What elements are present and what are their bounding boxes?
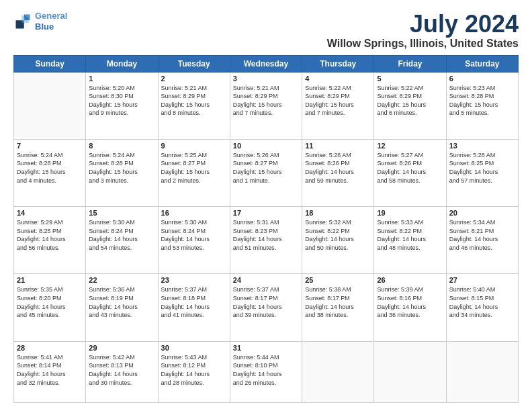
calendar-cell: 25Sunrise: 5:38 AM Sunset: 8:17 PM Dayli… (302, 274, 374, 341)
day-info: Sunrise: 5:43 AM Sunset: 8:12 PM Dayligh… (161, 353, 227, 387)
calendar-cell: 27Sunrise: 5:40 AM Sunset: 8:15 PM Dayli… (446, 274, 518, 341)
day-info: Sunrise: 5:26 AM Sunset: 8:27 PM Dayligh… (233, 151, 299, 185)
day-number: 28 (17, 344, 83, 352)
calendar-cell: 28Sunrise: 5:41 AM Sunset: 8:14 PM Dayli… (14, 341, 86, 402)
day-number: 31 (233, 344, 299, 352)
calendar-cell (446, 341, 518, 402)
day-info: Sunrise: 5:38 AM Sunset: 8:17 PM Dayligh… (305, 285, 371, 319)
day-number: 5 (377, 75, 443, 83)
calendar-cell: 5Sunrise: 5:22 AM Sunset: 8:29 PM Daylig… (374, 72, 446, 139)
day-info: Sunrise: 5:24 AM Sunset: 8:28 PM Dayligh… (89, 151, 154, 185)
calendar-cell: 6Sunrise: 5:23 AM Sunset: 8:28 PM Daylig… (446, 72, 518, 139)
calendar-week-row: 1Sunrise: 5:20 AM Sunset: 8:30 PM Daylig… (14, 72, 519, 139)
calendar-cell: 30Sunrise: 5:43 AM Sunset: 8:12 PM Dayli… (158, 341, 230, 402)
day-info: Sunrise: 5:41 AM Sunset: 8:14 PM Dayligh… (17, 353, 83, 387)
day-number: 24 (233, 276, 299, 284)
day-info: Sunrise: 5:25 AM Sunset: 8:27 PM Dayligh… (161, 151, 227, 185)
day-number: 29 (89, 344, 154, 352)
day-number: 20 (449, 209, 515, 217)
calendar-cell: 20Sunrise: 5:34 AM Sunset: 8:21 PM Dayli… (446, 207, 518, 274)
day-info: Sunrise: 5:22 AM Sunset: 8:29 PM Dayligh… (377, 84, 443, 118)
day-number: 1 (89, 75, 154, 83)
calendar-cell (14, 72, 86, 139)
day-info: Sunrise: 5:36 AM Sunset: 8:19 PM Dayligh… (89, 285, 154, 319)
day-info: Sunrise: 5:39 AM Sunset: 8:16 PM Dayligh… (377, 285, 443, 319)
calendar-cell: 23Sunrise: 5:37 AM Sunset: 8:18 PM Dayli… (158, 274, 230, 341)
calendar-cell: 11Sunrise: 5:26 AM Sunset: 8:26 PM Dayli… (302, 139, 374, 206)
day-number: 23 (161, 276, 227, 284)
calendar-cell: 7Sunrise: 5:24 AM Sunset: 8:28 PM Daylig… (14, 139, 86, 206)
day-number: 13 (449, 142, 515, 150)
day-info: Sunrise: 5:37 AM Sunset: 8:18 PM Dayligh… (161, 285, 227, 319)
calendar-cell: 29Sunrise: 5:42 AM Sunset: 8:13 PM Dayli… (86, 341, 158, 402)
calendar-cell: 13Sunrise: 5:28 AM Sunset: 8:25 PM Dayli… (446, 139, 518, 206)
day-info: Sunrise: 5:33 AM Sunset: 8:22 PM Dayligh… (377, 218, 443, 252)
calendar-week-row: 28Sunrise: 5:41 AM Sunset: 8:14 PM Dayli… (14, 341, 519, 402)
logo-general: General (35, 11, 67, 21)
day-number: 18 (305, 209, 371, 217)
calendar-cell: 22Sunrise: 5:36 AM Sunset: 8:19 PM Dayli… (86, 274, 158, 341)
calendar-cell: 17Sunrise: 5:31 AM Sunset: 8:23 PM Dayli… (230, 207, 302, 274)
calendar-cell (374, 341, 446, 402)
calendar-cell: 24Sunrise: 5:37 AM Sunset: 8:17 PM Dayli… (230, 274, 302, 341)
day-number: 21 (17, 276, 83, 284)
calendar-day-header: Thursday (302, 55, 374, 72)
calendar-day-header: Sunday (14, 55, 86, 72)
day-number: 3 (233, 75, 299, 83)
day-number: 30 (161, 344, 227, 352)
calendar-cell: 9Sunrise: 5:25 AM Sunset: 8:27 PM Daylig… (158, 139, 230, 206)
day-info: Sunrise: 5:37 AM Sunset: 8:17 PM Dayligh… (233, 285, 299, 319)
day-info: Sunrise: 5:30 AM Sunset: 8:24 PM Dayligh… (161, 218, 227, 252)
calendar-header-row: SundayMondayTuesdayWednesdayThursdayFrid… (14, 55, 519, 72)
day-number: 15 (89, 209, 154, 217)
calendar-cell: 1Sunrise: 5:20 AM Sunset: 8:30 PM Daylig… (86, 72, 158, 139)
day-number: 12 (377, 142, 443, 150)
day-number: 4 (305, 75, 371, 83)
day-info: Sunrise: 5:27 AM Sunset: 8:26 PM Dayligh… (377, 151, 443, 185)
day-info: Sunrise: 5:22 AM Sunset: 8:29 PM Dayligh… (305, 84, 371, 118)
calendar-cell (302, 341, 374, 402)
day-number: 26 (377, 276, 443, 284)
calendar-cell: 15Sunrise: 5:30 AM Sunset: 8:24 PM Dayli… (86, 207, 158, 274)
calendar-cell: 2Sunrise: 5:21 AM Sunset: 8:29 PM Daylig… (158, 72, 230, 139)
subtitle: Willow Springs, Illinois, United States (327, 38, 519, 50)
day-number: 19 (377, 209, 443, 217)
calendar-cell: 26Sunrise: 5:39 AM Sunset: 8:16 PM Dayli… (374, 274, 446, 341)
logo-blue: Blue (35, 21, 54, 32)
main-title: July 2024 (327, 11, 519, 38)
calendar-table: SundayMondayTuesdayWednesdayThursdayFrid… (13, 55, 519, 403)
calendar-cell: 4Sunrise: 5:22 AM Sunset: 8:29 PM Daylig… (302, 72, 374, 139)
day-info: Sunrise: 5:30 AM Sunset: 8:24 PM Dayligh… (89, 218, 154, 252)
day-number: 9 (161, 142, 227, 150)
day-info: Sunrise: 5:20 AM Sunset: 8:30 PM Dayligh… (89, 84, 154, 118)
page: General Blue July 2024 Willow Springs, I… (0, 0, 532, 411)
day-info: Sunrise: 5:21 AM Sunset: 8:29 PM Dayligh… (233, 84, 299, 118)
calendar-day-header: Friday (374, 55, 446, 72)
day-info: Sunrise: 5:23 AM Sunset: 8:28 PM Dayligh… (449, 84, 515, 118)
header: General Blue July 2024 Willow Springs, I… (13, 11, 519, 50)
day-number: 17 (233, 209, 299, 217)
calendar-cell: 3Sunrise: 5:21 AM Sunset: 8:29 PM Daylig… (230, 72, 302, 139)
day-number: 6 (449, 75, 515, 83)
day-info: Sunrise: 5:44 AM Sunset: 8:10 PM Dayligh… (233, 353, 299, 387)
day-number: 14 (17, 209, 83, 217)
logo-icon (13, 12, 32, 31)
day-info: Sunrise: 5:31 AM Sunset: 8:23 PM Dayligh… (233, 218, 299, 252)
day-number: 11 (305, 142, 371, 150)
day-info: Sunrise: 5:29 AM Sunset: 8:25 PM Dayligh… (17, 218, 83, 252)
calendar-day-header: Wednesday (230, 55, 302, 72)
calendar-week-row: 21Sunrise: 5:35 AM Sunset: 8:20 PM Dayli… (14, 274, 519, 341)
calendar-day-header: Saturday (446, 55, 518, 72)
calendar-week-row: 7Sunrise: 5:24 AM Sunset: 8:28 PM Daylig… (14, 139, 519, 206)
day-info: Sunrise: 5:21 AM Sunset: 8:29 PM Dayligh… (161, 84, 227, 118)
calendar-cell: 10Sunrise: 5:26 AM Sunset: 8:27 PM Dayli… (230, 139, 302, 206)
day-number: 7 (17, 142, 83, 150)
day-number: 27 (449, 276, 515, 284)
title-block: July 2024 Willow Springs, Illinois, Unit… (327, 11, 519, 50)
logo: General Blue (13, 11, 67, 32)
day-info: Sunrise: 5:35 AM Sunset: 8:20 PM Dayligh… (17, 285, 83, 319)
day-info: Sunrise: 5:28 AM Sunset: 8:25 PM Dayligh… (449, 151, 515, 185)
day-info: Sunrise: 5:34 AM Sunset: 8:21 PM Dayligh… (449, 218, 515, 252)
day-info: Sunrise: 5:42 AM Sunset: 8:13 PM Dayligh… (89, 353, 154, 387)
day-number: 2 (161, 75, 227, 83)
